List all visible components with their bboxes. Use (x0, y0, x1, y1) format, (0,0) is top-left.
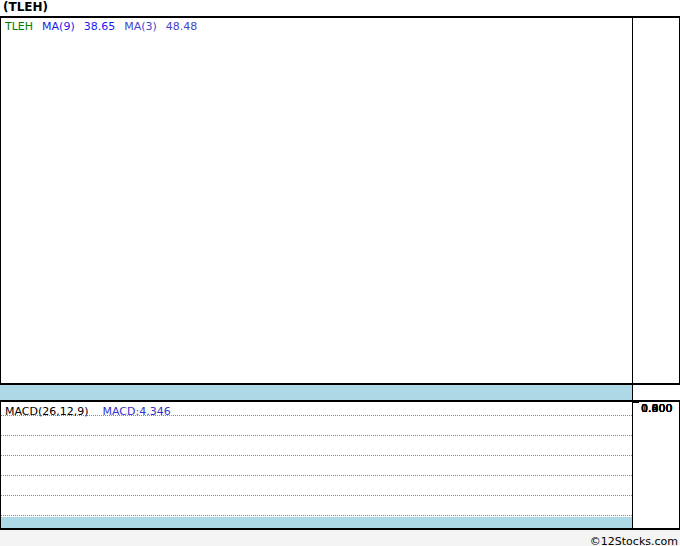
footer-strip: ©12Stocks.com (0, 530, 680, 546)
macd-axis-tick-label: 0.000 (641, 402, 673, 415)
macd-legend: MACD(26,12,9) MACD:4.346 (5, 405, 171, 418)
separator-band-divider (632, 385, 633, 400)
price-axis-divider (632, 18, 633, 383)
price-panel: TLEH MA(9) 38.65 MA(3) 48.48 (0, 16, 680, 385)
chart-title: (TLEH) (3, 0, 48, 15)
macd-gridline (1, 475, 632, 476)
macd-bottom-band (1, 517, 632, 528)
watermark-text: ©12Stocks.com (590, 535, 680, 546)
ma9-label: MA(9) (42, 20, 75, 33)
macd-legend-value: MACD:4.346 (103, 405, 171, 418)
macd-panel: MACD(26,12,9) MACD:4.346 1.000 0.800 0.6… (0, 400, 680, 530)
price-legend: TLEH MA(9) 38.65 MA(3) 48.48 (5, 20, 197, 33)
macd-gridline (1, 455, 632, 456)
macd-gridline (1, 515, 632, 516)
macd-axis-tick (632, 402, 639, 403)
macd-gridline (1, 435, 632, 436)
macd-axis-divider (632, 402, 633, 528)
stock-chart-page: (TLEH) TLEH MA(9) 38.65 MA(3) 48.48 MACD… (0, 0, 680, 546)
ma3-value: 48.48 (166, 20, 198, 33)
ma9-value: 38.65 (84, 20, 116, 33)
macd-legend-label: MACD(26,12,9) (5, 405, 89, 418)
separator-band (0, 385, 680, 400)
separator-band-fill (0, 385, 632, 400)
ma3-label: MA(3) (124, 20, 157, 33)
ticker-label: TLEH (5, 20, 33, 33)
macd-gridline (1, 495, 632, 496)
